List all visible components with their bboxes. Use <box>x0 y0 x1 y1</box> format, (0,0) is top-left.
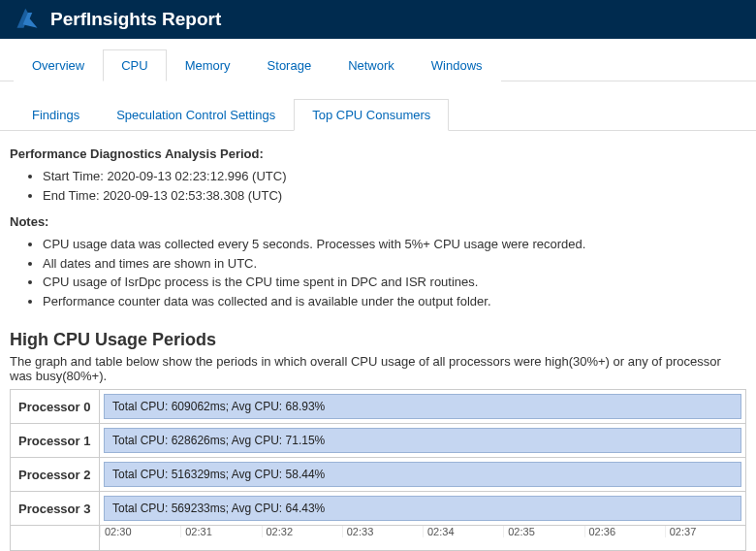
azure-logo-icon <box>14 6 41 33</box>
analysis-end-time: End Time: 2020-09-13 02:53:38.308 (UTC) <box>43 186 746 206</box>
tab-windows[interactable]: Windows <box>413 49 501 81</box>
processor-usage-bar[interactable]: Total CPU: 516329ms; Avg CPU: 58.44% <box>104 462 741 487</box>
sub-tabs: Findings Speculation Control Settings To… <box>0 81 756 131</box>
processor-label: Processor 0 <box>11 390 100 424</box>
time-tick: 02:35 <box>503 526 583 537</box>
processor-usage-bar[interactable]: Total CPU: 628626ms; Avg CPU: 71.15% <box>104 428 741 453</box>
analysis-period-list: Start Time: 2020-09-13 02:23:12.996 (UTC… <box>10 167 746 205</box>
analysis-start-time: Start Time: 2020-09-13 02:23:12.996 (UTC… <box>43 167 746 186</box>
processor-label: Processor 1 <box>11 424 100 458</box>
app-title: PerfInsights Report <box>50 9 221 30</box>
table-row: Processor 0 Total CPU: 609062ms; Avg CPU… <box>11 390 746 424</box>
time-tick: 02:34 <box>423 526 503 537</box>
processor-bar-cell: Total CPU: 516329ms; Avg CPU: 58.44% <box>100 458 746 492</box>
time-tick: 02:32 <box>262 526 342 537</box>
processor-bar-cell: Total CPU: 628626ms; Avg CPU: 71.15% <box>100 424 746 458</box>
app-header: PerfInsights Report <box>0 0 756 39</box>
time-tick: 02:36 <box>584 526 665 537</box>
subtab-speculation[interactable]: Speculation Control Settings <box>98 99 294 131</box>
note-item: CPU usage of IsrDpc process is the CPU t… <box>43 273 746 292</box>
subtab-findings[interactable]: Findings <box>14 99 98 131</box>
high-cpu-description: The graph and table below show the perio… <box>10 354 746 383</box>
table-row: Processor 3 Total CPU: 569233ms; Avg CPU… <box>11 492 746 526</box>
processor-usage-bar[interactable]: Total CPU: 609062ms; Avg CPU: 68.93% <box>104 394 741 419</box>
notes-list: CPU usage data was collected every 5 sec… <box>10 235 746 310</box>
tab-network[interactable]: Network <box>330 49 413 81</box>
processor-bar-cell: Total CPU: 569233ms; Avg CPU: 64.43% <box>100 492 746 526</box>
processor-label: Processor 2 <box>11 458 100 492</box>
tab-storage[interactable]: Storage <box>249 49 331 81</box>
high-cpu-heading: High CPU Usage Periods <box>10 330 746 350</box>
time-tick: 02:33 <box>342 526 423 537</box>
table-row: Processor 1 Total CPU: 628626ms; Avg CPU… <box>11 424 746 458</box>
tab-memory[interactable]: Memory <box>167 49 249 81</box>
analysis-period-heading: Performance Diagnostics Analysis Period: <box>10 146 746 161</box>
time-axis-row: 02:30 02:31 02:32 02:33 02:34 02:35 02:3… <box>11 526 746 551</box>
tab-overview[interactable]: Overview <box>14 49 103 81</box>
processor-bar-cell: Total CPU: 609062ms; Avg CPU: 68.93% <box>100 390 746 424</box>
axis-empty-cell <box>11 526 100 551</box>
tab-cpu[interactable]: CPU <box>103 49 166 81</box>
content-area: Performance Diagnostics Analysis Period:… <box>0 131 756 551</box>
processor-usage-bar[interactable]: Total CPU: 569233ms; Avg CPU: 64.43% <box>104 496 741 521</box>
time-tick: 02:30 <box>100 526 180 537</box>
subtab-top-cpu-consumers[interactable]: Top CPU Consumers <box>294 99 449 131</box>
time-tick: 02:31 <box>180 526 261 537</box>
note-item: Performance counter data was collected a… <box>43 292 746 311</box>
note-item: All dates and times are shown in UTC. <box>43 254 746 274</box>
time-axis: 02:30 02:31 02:32 02:33 02:34 02:35 02:3… <box>100 526 746 551</box>
table-row: Processor 2 Total CPU: 516329ms; Avg CPU… <box>11 458 746 492</box>
time-tick: 02:37 <box>665 526 745 537</box>
main-tabs: Overview CPU Memory Storage Network Wind… <box>0 39 756 81</box>
processor-label: Processor 3 <box>11 492 100 526</box>
processor-table: Processor 0 Total CPU: 609062ms; Avg CPU… <box>10 389 746 551</box>
note-item: CPU usage data was collected every 5 sec… <box>43 235 746 254</box>
notes-heading: Notes: <box>10 214 746 229</box>
